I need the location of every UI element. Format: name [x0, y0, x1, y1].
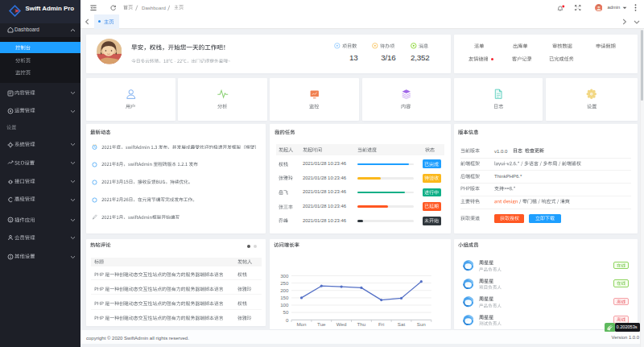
svg-text:Wed: Wed	[336, 321, 346, 327]
svg-text:300: 300	[280, 272, 289, 278]
svg-text:150: 150	[280, 295, 289, 300]
svg-text:Mon: Mon	[296, 321, 307, 327]
svg-text:0: 0	[286, 316, 289, 322]
svg-text:50: 50	[283, 309, 288, 315]
svg-text:Tue: Tue	[317, 321, 326, 327]
svg-text:100: 100	[280, 302, 289, 308]
svg-text:200: 200	[280, 287, 289, 292]
svg-text:250: 250	[280, 279, 289, 285]
svg-text:Sat: Sat	[397, 321, 405, 327]
svg-text:Thu: Thu	[357, 321, 365, 327]
svg-text:Sun: Sun	[416, 321, 426, 327]
svg-text:Fri: Fri	[378, 321, 384, 327]
